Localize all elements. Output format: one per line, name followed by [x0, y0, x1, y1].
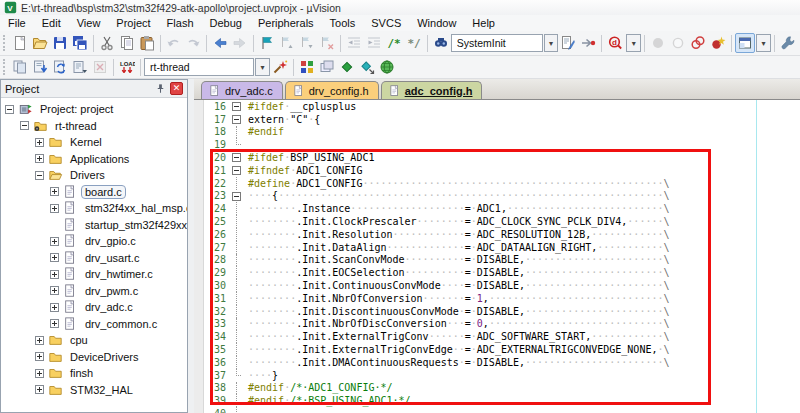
breakpoint-margin[interactable]: [194, 241, 204, 254]
breakpoint-margin[interactable]: [194, 151, 204, 164]
copy-icon[interactable]: [117, 33, 137, 53]
enable-breakpoint-icon[interactable]: [668, 33, 688, 53]
new-file-icon[interactable]: [10, 33, 30, 53]
undo-icon[interactable]: [164, 33, 184, 53]
tree-item-devicedrivers[interactable]: DeviceDrivers: [1, 349, 187, 366]
breakpoint-margin[interactable]: [194, 190, 204, 203]
collapse-icon[interactable]: [35, 171, 44, 180]
pack-installer-icon[interactable]: [337, 57, 357, 77]
tree-item-kernel[interactable]: Kernel: [1, 134, 187, 151]
breakpoint-margin[interactable]: [194, 164, 204, 177]
kill-breakpoints-icon[interactable]: [708, 33, 728, 53]
collapse-icon[interactable]: [5, 105, 14, 114]
tree-item-drv-common-c[interactable]: drv_common.c: [1, 316, 187, 333]
expand-icon[interactable]: [35, 336, 44, 345]
menu-svcs[interactable]: SVCS: [363, 16, 409, 30]
open-file-icon[interactable]: [30, 33, 50, 53]
web-icon[interactable]: [377, 57, 397, 77]
find-in-files-icon[interactable]: [558, 33, 578, 53]
menu-project[interactable]: Project: [108, 16, 158, 30]
tree-item-finsh[interactable]: finsh: [1, 365, 187, 382]
menu-view[interactable]: View: [69, 16, 109, 30]
breakpoint-icon[interactable]: [648, 33, 668, 53]
tree-item-board-c[interactable]: board.c: [1, 184, 187, 201]
redo-icon[interactable]: [184, 33, 204, 53]
chevron-down-icon[interactable]: ▾: [756, 34, 771, 52]
menu-debug[interactable]: Debug: [202, 16, 250, 30]
breakpoint-margin[interactable]: [194, 228, 204, 241]
expand-icon[interactable]: [35, 352, 44, 361]
tree-item-stm32-hal[interactable]: STM32_HAL: [1, 382, 187, 399]
tree-item-applications[interactable]: Applications: [1, 151, 187, 168]
rebuild-icon[interactable]: [50, 57, 70, 77]
fold-toggle-icon[interactable]: [230, 164, 244, 177]
tree-item-drv-pwm-c[interactable]: drv_pwm.c: [1, 283, 187, 300]
save-icon[interactable]: [50, 33, 70, 53]
fold-toggle-icon[interactable]: [230, 151, 244, 164]
tab-adc-config-h[interactable]: adc_config.h: [381, 81, 483, 99]
collapse-icon[interactable]: [20, 121, 29, 130]
menu-edit[interactable]: Edit: [34, 16, 69, 30]
breakpoint-margin[interactable]: [194, 266, 204, 279]
menu-help[interactable]: Help: [464, 16, 503, 30]
software-packs-icon[interactable]: [357, 57, 377, 77]
close-panel-icon[interactable]: ✕: [170, 82, 183, 95]
tree-item-rt-thread[interactable]: rt-thread: [1, 118, 187, 135]
expand-icon[interactable]: [50, 319, 59, 328]
breakpoint-margin[interactable]: [194, 330, 204, 343]
debug-session-icon[interactable]: d: [605, 33, 625, 53]
breakpoint-margin[interactable]: [194, 407, 204, 413]
expand-icon[interactable]: [50, 204, 59, 213]
expand-icon[interactable]: [50, 237, 59, 246]
download-icon[interactable]: LOAD: [117, 57, 137, 77]
chevron-down-icon[interactable]: ▾: [544, 34, 559, 52]
expand-icon[interactable]: [35, 154, 44, 163]
breakpoint-margin[interactable]: [194, 138, 204, 151]
clear-bookmarks-icon[interactable]: [317, 33, 337, 53]
run-to-line-icon[interactable]: [578, 33, 598, 53]
stop-build-icon[interactable]: [90, 57, 110, 77]
expand-icon[interactable]: [50, 303, 59, 312]
target-options-icon[interactable]: [270, 57, 290, 77]
manage-layers-icon[interactable]: [317, 57, 337, 77]
expand-icon[interactable]: [50, 286, 59, 295]
tree-item-project-project[interactable]: Project: project: [1, 101, 187, 118]
tree-item-drv-hwtimer-c[interactable]: drv_hwtimer.c: [1, 266, 187, 283]
bookmark-icon[interactable]: [257, 33, 277, 53]
tab-drv-adc-c[interactable]: drv_adc.c: [201, 81, 283, 99]
expand-icon[interactable]: [35, 369, 44, 378]
breakpoint-margin[interactable]: [194, 382, 204, 395]
target-combo[interactable]: rt-thread: [144, 58, 254, 76]
indent-icon[interactable]: [364, 33, 384, 53]
breakpoint-margin[interactable]: [194, 292, 204, 305]
breakpoint-margin[interactable]: [194, 100, 204, 113]
breakpoint-margin[interactable]: [194, 394, 204, 407]
unindent-icon[interactable]: [344, 33, 364, 53]
tab-drv-config-h[interactable]: drv_config.h: [285, 81, 379, 99]
comment-icon[interactable]: /*: [384, 33, 404, 53]
breakpoint-margin[interactable]: [194, 318, 204, 331]
breakpoint-margin[interactable]: [194, 305, 204, 318]
fold-toggle-icon[interactable]: [230, 100, 244, 113]
prev-bookmark-icon[interactable]: [277, 33, 297, 53]
fold-toggle-icon[interactable]: [230, 190, 244, 203]
expand-icon[interactable]: [50, 253, 59, 262]
tree-item-stm32f4xx-hal-msp-c[interactable]: stm32f4xx_hal_msp.c: [1, 200, 187, 217]
tree-item-drv-gpio-c[interactable]: drv_gpio.c: [1, 233, 187, 250]
tree-item-cpu[interactable]: cpu: [1, 332, 187, 349]
menu-tools[interactable]: Tools: [322, 16, 364, 30]
code-editor[interactable]: 16#ifdef·__cplusplus17extern·"C"·{18#end…: [194, 100, 800, 413]
tree-item-drv-adc-c[interactable]: drv_adc.c: [1, 299, 187, 316]
build-icon[interactable]: [30, 57, 50, 77]
expand-icon[interactable]: [50, 187, 59, 196]
menu-peripherals[interactable]: Peripherals: [250, 16, 322, 30]
expand-icon[interactable]: [35, 138, 44, 147]
expand-icon[interactable]: [35, 385, 44, 394]
manage-components-icon[interactable]: [297, 57, 317, 77]
breakpoint-margin[interactable]: [194, 254, 204, 267]
paste-icon[interactable]: [137, 33, 157, 53]
navigate-back-icon[interactable]: [210, 33, 230, 53]
toolbar-grip[interactable]: [3, 59, 7, 75]
uncomment-icon[interactable]: */: [404, 33, 424, 53]
fold-toggle-icon[interactable]: [230, 113, 244, 126]
